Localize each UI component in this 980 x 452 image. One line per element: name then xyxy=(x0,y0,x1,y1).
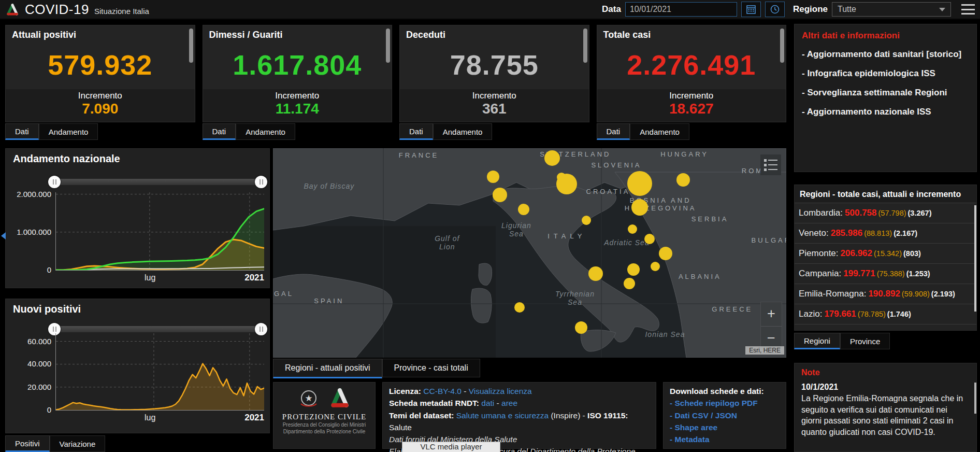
map-label-country: HUNGARY xyxy=(660,150,709,158)
map-bubble[interactable] xyxy=(644,234,655,244)
collapse-arrow-icon[interactable] xyxy=(1,232,6,239)
altri-dati-links: - Aggiornamento dati sanitari [storico]-… xyxy=(802,49,969,118)
map-bubble[interactable] xyxy=(588,266,603,281)
card-scrollbar[interactable] xyxy=(189,29,193,63)
protezione-civile-logo-box: ★ PROTEZIONE CIVILE Presidenza del Consi… xyxy=(273,382,376,449)
tab-regioni[interactable]: Regioni xyxy=(794,333,840,349)
map-label-sea: Gulf of Lion xyxy=(435,234,459,251)
data-label: Data xyxy=(602,4,621,15)
tab-andamento[interactable]: Andamento xyxy=(236,123,295,140)
map-bubble[interactable] xyxy=(544,150,560,166)
stat-card: Attuali positivi 579.932 Incremento 7.09… xyxy=(5,25,195,122)
download-title: Download schede e dati: xyxy=(670,385,780,397)
clock-icon xyxy=(770,4,780,15)
region-row: Lazio:179.661(78.785)(1.746) xyxy=(795,304,976,324)
altri-dati-link[interactable]: - Aggiornamento dati sanitari [storico] xyxy=(802,49,969,60)
visualizza-licenza-link[interactable]: Visualizza licenza xyxy=(469,387,532,396)
map-bubble[interactable] xyxy=(651,262,660,271)
y-tick: 20.000 xyxy=(7,383,51,391)
time-range-slider[interactable] xyxy=(50,324,265,334)
region-incremento: (803) xyxy=(903,249,921,258)
map-bubble[interactable] xyxy=(487,171,499,183)
map-bubble[interactable] xyxy=(518,204,529,215)
map-bubble[interactable] xyxy=(628,224,637,234)
app-title: COVID-19 xyxy=(25,2,89,18)
stat-card: Dimessi / Guariti 1.617.804 Incremento 1… xyxy=(203,25,393,122)
tab-variazione[interactable]: Variazione xyxy=(50,435,106,452)
vlc-taskbar-button[interactable]: VLC media player xyxy=(402,442,500,452)
tab-andamento[interactable]: Andamento xyxy=(433,123,493,140)
download-link[interactable]: - Metadata xyxy=(670,433,780,445)
tab-andamento[interactable]: Andamento xyxy=(39,123,98,140)
altri-dati-link[interactable]: - Sorveglianza settimanale Regioni xyxy=(802,87,969,98)
legend-button[interactable] xyxy=(760,154,781,175)
range-slider-handle-right[interactable] xyxy=(255,176,267,188)
tab-province[interactable]: Province xyxy=(840,333,890,349)
region-attuali: (88.813) xyxy=(864,229,892,237)
altri-dati-link[interactable]: - Infografica epidemiologica ISS xyxy=(802,68,969,79)
map-bubble[interactable] xyxy=(631,199,648,216)
map-bubble[interactable] xyxy=(627,171,652,196)
panel-title: Nuovi positivi xyxy=(13,303,81,315)
card-title: Attuali positivi xyxy=(6,25,195,40)
logo-title: PROTEZIONE CIVILE xyxy=(282,413,366,421)
region-incremento: (1.746) xyxy=(887,310,911,318)
download-links: Download schede e dati: - Schede riepilo… xyxy=(663,382,786,449)
chevron-down-icon xyxy=(939,8,945,11)
map-bubble[interactable] xyxy=(676,173,690,187)
download-link[interactable]: - Shape aree xyxy=(670,421,780,433)
note-scrollbar[interactable] xyxy=(974,383,976,414)
republic-emblem-icon: ★ xyxy=(297,386,321,410)
map-bubble[interactable] xyxy=(556,174,577,194)
map-bubble[interactable] xyxy=(582,216,591,225)
tab-andamento[interactable]: Andamento xyxy=(630,123,689,140)
map-terrain xyxy=(273,148,786,358)
map-bubble[interactable] xyxy=(624,278,635,289)
date-value: 10/01/2021 xyxy=(630,5,671,14)
map-bubble[interactable] xyxy=(514,302,525,313)
topbar-controls: Data 10/01/2021 Regione Tutte xyxy=(602,2,975,17)
regione-select[interactable]: Tutte xyxy=(832,2,951,17)
tab-dati[interactable]: Dati xyxy=(5,123,39,140)
time-button[interactable] xyxy=(765,2,785,17)
italy-map[interactable]: FRANCESWITZERLANDSLOVENIAHUNGARYROMANCRO… xyxy=(273,148,786,358)
card-value: 78.755 xyxy=(400,40,589,89)
map-bubble[interactable] xyxy=(627,263,640,276)
license-line: Licenza: CC-BY-4.0 - Visualizza licenza xyxy=(389,385,650,397)
card-scrollbar[interactable] xyxy=(780,29,784,63)
regioni-scrollbar[interactable] xyxy=(974,205,976,312)
tab-dati[interactable]: Dati xyxy=(399,123,433,140)
aree-link[interactable]: aree xyxy=(501,399,517,407)
time-range-slider[interactable] xyxy=(50,177,265,187)
download-link[interactable]: - Dati CSV / JSON xyxy=(670,409,780,421)
card-scrollbar[interactable] xyxy=(583,29,587,63)
map-bubble[interactable] xyxy=(575,321,587,334)
tab-regioni-attuali-positivi[interactable]: Regioni - attuali positivi xyxy=(273,359,382,378)
tab-dati[interactable]: Dati xyxy=(597,123,630,140)
region-row: Campania:199.771(75.388)(1.253) xyxy=(795,263,976,284)
map-bubble[interactable] xyxy=(493,188,507,202)
card-scrollbar[interactable] xyxy=(386,29,390,63)
slider-track[interactable] xyxy=(55,179,260,185)
cc-by-link[interactable]: CC-BY-4.0 xyxy=(423,387,462,396)
brand: COVID-19 Situazione Italia xyxy=(5,2,149,18)
altri-dati-link[interactable]: - Aggiornamento nazionale ISS xyxy=(802,106,969,118)
range-slider-handle-left[interactable] xyxy=(48,176,61,188)
regione-label: Regione xyxy=(793,4,828,15)
regioni-panel-title: Regioni - totale casi, attuali e increme… xyxy=(795,185,976,203)
zoom-in-button[interactable]: + xyxy=(761,302,782,326)
tab-dati[interactable]: Dati xyxy=(203,123,236,140)
tab-positivi[interactable]: Positivi xyxy=(5,435,50,452)
region-name: Emilia-Romagna: xyxy=(799,289,866,299)
calendar-button[interactable] xyxy=(741,2,761,17)
region-name: Piemonte: xyxy=(799,248,839,258)
salute-umana-link[interactable]: Salute umana e sicurezza xyxy=(456,411,549,420)
tab-province-casi-totali[interactable]: Province - casi totali xyxy=(382,359,480,377)
download-link[interactable]: - Schede riepilogo PDF xyxy=(670,397,780,409)
y-tick: 2.000.000 xyxy=(7,190,51,199)
date-input[interactable]: 10/01/2021 xyxy=(625,2,737,17)
dati-link[interactable]: dati xyxy=(481,399,494,407)
slider-track[interactable] xyxy=(55,326,260,332)
menu-button[interactable] xyxy=(961,4,975,15)
map-bubble[interactable] xyxy=(659,247,672,260)
